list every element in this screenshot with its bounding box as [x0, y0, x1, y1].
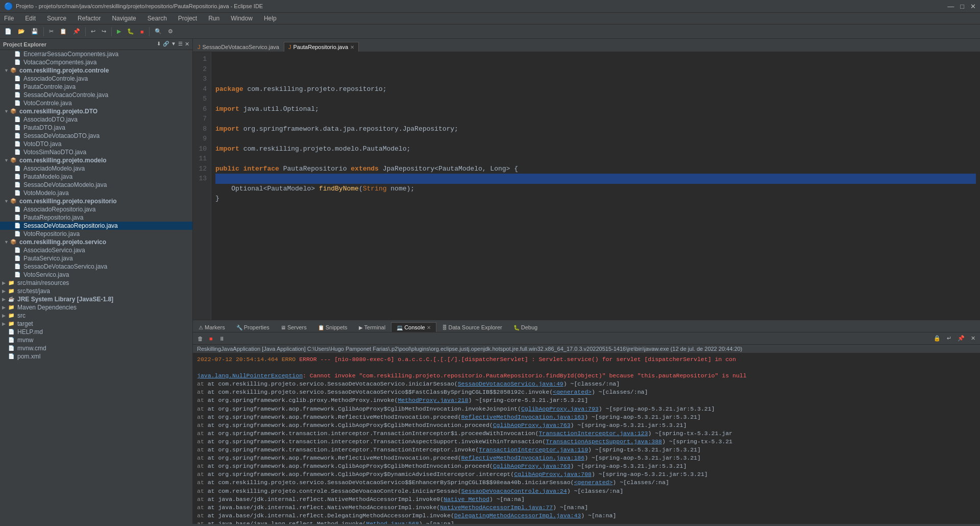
toolbar-paste[interactable]: 📌 — [70, 27, 83, 36]
toolbar-undo[interactable]: ↩ — [88, 27, 98, 36]
menu-item-source[interactable]: Source — [45, 14, 68, 23]
tree-item-label: target — [17, 320, 33, 327]
menu-item-window[interactable]: Window — [229, 14, 255, 23]
menu-item-help[interactable]: Help — [262, 14, 279, 23]
toolbar-run[interactable]: ▶ — [114, 27, 124, 36]
close-button[interactable]: ✕ — [970, 3, 976, 10]
console-pin[interactable]: 📌 — [955, 333, 967, 343]
bottom-tab-debug[interactable]: 🐛Debug — [508, 322, 543, 332]
tree-item[interactable]: 📄VotacaoComponentes.java — [0, 58, 192, 66]
console-word-wrap[interactable]: ↵ — [944, 333, 954, 343]
tree-item[interactable]: 📄AssociadoModelo.java — [0, 164, 192, 173]
toolbar-open[interactable]: 📂 — [15, 27, 28, 36]
bottom-tab-close[interactable]: ✕ — [427, 325, 431, 330]
bottom-tab-markers[interactable]: ⚠Markers — [193, 322, 231, 332]
tree-item[interactable]: 📄SessaoDeVotacaoDTO.java — [0, 132, 192, 140]
title-bar-right[interactable]: — □ ✕ — [947, 3, 976, 10]
tree-item[interactable]: ▶☕JRE System Library [JavaSE-1.8] — [0, 295, 192, 303]
tree-arrow-icon: ▼ — [4, 109, 10, 114]
tree-item[interactable]: 📄PautaRepositorio.java — [0, 213, 192, 222]
bottom-tab-terminal[interactable]: ▶Terminal — [353, 322, 391, 332]
tree-item[interactable]: 📄AssociadoRepositorio.java — [0, 205, 192, 213]
toolbar-settings[interactable]: ⚙ — [165, 27, 176, 36]
tree-item[interactable]: 📄mvnw.cmd — [0, 344, 192, 352]
tree-item[interactable]: 📄SessaoDeVoacaoControle.java — [0, 91, 192, 99]
pe-collapse-icon[interactable]: ⬇ — [157, 41, 161, 47]
tree-item[interactable]: ▼📦com.reskilling.projeto.modelo — [0, 156, 192, 164]
tree-file-icon: 📄 — [14, 272, 22, 278]
bottom-toolbar: 🗑 ■ ⏸ 🔒 ↵ 📌 ✕ — [193, 332, 980, 345]
tree-item[interactable]: ▶📁Maven Dependencies — [0, 303, 192, 312]
toolbar-debug[interactable]: 🐛 — [125, 27, 137, 36]
console-area[interactable]: 2022-07-12 20:54:14.464 ERRO ERROR --- [… — [193, 353, 980, 524]
tree-item[interactable]: 📄PautaDTO.java — [0, 124, 192, 132]
tree-item[interactable]: 📄AssociadoDTO.java — [0, 115, 192, 124]
toolbar-save[interactable]: 💾 — [29, 27, 41, 36]
tree-item[interactable]: ▶📁target — [0, 320, 192, 328]
toolbar-stop[interactable]: ■ — [138, 27, 146, 36]
menu-item-project[interactable]: Project — [176, 14, 199, 23]
tree-item[interactable]: 📄VotoControle.java — [0, 99, 192, 107]
bottom-tab-servers[interactable]: 🖥Servers — [275, 322, 312, 332]
tree-item[interactable]: 📄PautaModelo.java — [0, 173, 192, 181]
editor-tabs: J SessaoDeVotacaoServico.java J PautaRep… — [193, 39, 980, 52]
console-stop[interactable]: ■ — [207, 333, 215, 343]
tab-sessao[interactable]: J SessaoDeVotacaoServico.java — [193, 42, 284, 52]
toolbar-new[interactable]: 📄 — [2, 27, 14, 36]
menu-item-file[interactable]: File — [2, 14, 16, 23]
console-pause[interactable]: ⏸ — [216, 333, 227, 343]
code-line: public interface PautaRepositorio extend… — [215, 164, 976, 174]
pe-link-icon[interactable]: 🔗 — [163, 41, 169, 47]
tab-pauta[interactable]: J PautaRepositorio.java ✕ — [284, 42, 359, 52]
menu-item-run[interactable]: Run — [206, 14, 222, 23]
tree-item[interactable]: ▼📦com.reskilling.projeto.DTO — [0, 107, 192, 115]
tree-item[interactable]: ▶📁src/test/java — [0, 287, 192, 295]
tree-item[interactable]: 📄PautaControle.java — [0, 83, 192, 91]
code-line — [215, 154, 976, 164]
bottom-tab-console[interactable]: 💻Console✕ — [391, 322, 436, 332]
pe-menu-icon[interactable]: ☰ — [178, 41, 183, 47]
bottom-tab-snippets[interactable]: 📋Snippets — [312, 322, 353, 332]
bottom-tab-data-source-explorer[interactable]: 🗄Data Source Explorer — [436, 322, 508, 332]
tree-item[interactable]: 📄PautaServico.java — [0, 254, 192, 262]
tree-item[interactable]: 📄VotoServico.java — [0, 271, 192, 279]
tree-item[interactable]: 📄pom.xml — [0, 352, 192, 361]
tree-item[interactable]: ▶📁src — [0, 312, 192, 320]
tree-item[interactable]: 📄VotosSimNaoDTO.java — [0, 148, 192, 156]
console-clear[interactable]: 🗑 — [195, 333, 206, 343]
menu-item-refactor[interactable]: Refactor — [76, 14, 103, 23]
tree-item[interactable]: 📄mvnw — [0, 336, 192, 344]
tree-item[interactable]: 📄AssociadoServico.java — [0, 246, 192, 254]
toolbar-redo[interactable]: ↪ — [99, 27, 109, 36]
bottom-tab-icon: 🗄 — [442, 325, 447, 330]
maximize-button[interactable]: □ — [960, 3, 964, 10]
tree-item[interactable]: ▶📁src/main/resources — [0, 279, 192, 287]
menu-item-edit[interactable]: Edit — [23, 14, 38, 23]
code-area[interactable]: package com.reskilling.projeto.repositor… — [211, 52, 980, 320]
tree-item[interactable]: 📄AssociadoControle.java — [0, 75, 192, 83]
minimize-button[interactable]: — — [947, 3, 954, 10]
console-close[interactable]: ✕ — [968, 333, 978, 343]
pe-filter-icon[interactable]: ▼ — [171, 41, 176, 47]
toolbar-search[interactable]: 🔍 — [152, 27, 164, 36]
tree-item[interactable]: 📄HELP.md — [0, 328, 192, 336]
menu-item-search[interactable]: Search — [145, 14, 169, 23]
tab-pauta-close[interactable]: ✕ — [350, 44, 354, 50]
tree-item[interactable]: ▼📦com.reskilling.projeto.servico — [0, 238, 192, 246]
tree-item[interactable]: 📄SessaoDeVotacaoRepositorio.java — [0, 222, 192, 230]
tree-item-label: com.reskilling.projeto.modelo — [19, 157, 107, 164]
tree-item[interactable]: ▼📦com.reskilling.projeto.controle — [0, 66, 192, 75]
tree-item[interactable]: 📄VotoRepositorio.java — [0, 230, 192, 238]
menu-item-navigate[interactable]: Navigate — [110, 14, 138, 23]
tree-item[interactable]: 📄VotoDTO.java — [0, 140, 192, 148]
pe-close-icon[interactable]: ✕ — [185, 41, 189, 47]
tree-item[interactable]: 📄SessaoDeVotacaoServico.java — [0, 262, 192, 271]
tree-item[interactable]: 📄SessaoDeVotacaoModelo.java — [0, 181, 192, 189]
tree-item[interactable]: 📄VotoModelo.java — [0, 189, 192, 197]
toolbar-cut[interactable]: ✂ — [46, 27, 56, 36]
toolbar-copy[interactable]: 📋 — [57, 27, 69, 36]
bottom-tab-properties[interactable]: 🔧Properties — [231, 322, 275, 332]
console-scroll-lock[interactable]: 🔒 — [931, 333, 943, 343]
tree-item[interactable]: 📄EncerrarSessaoComponentes.java — [0, 50, 192, 58]
tree-item[interactable]: ▼📦com.reskilling.projeto.repositorio — [0, 197, 192, 205]
